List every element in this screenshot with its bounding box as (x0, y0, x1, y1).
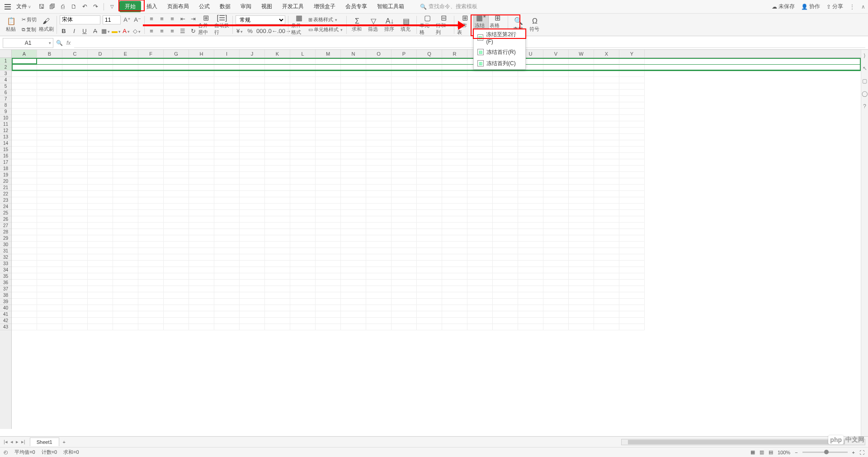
cell[interactable] (316, 286, 341, 292)
cell[interactable] (392, 235, 417, 242)
cell[interactable] (214, 159, 240, 166)
cell[interactable] (467, 109, 493, 115)
cell[interactable] (37, 286, 62, 292)
cell[interactable] (392, 115, 417, 121)
cell[interactable] (113, 185, 138, 191)
cell[interactable] (12, 261, 37, 267)
cell[interactable] (164, 318, 189, 324)
cell[interactable] (493, 102, 518, 109)
cell[interactable] (113, 229, 138, 235)
cell[interactable] (467, 216, 493, 223)
cell[interactable] (392, 204, 417, 210)
side-collapse-icon[interactable]: ⟩ (862, 52, 868, 59)
cell[interactable] (569, 128, 594, 134)
cell[interactable] (62, 96, 88, 102)
zoom-out-icon[interactable]: − (795, 450, 797, 455)
cell[interactable] (417, 134, 442, 140)
cell[interactable] (164, 64, 189, 71)
cell[interactable] (62, 159, 88, 166)
cell[interactable] (569, 280, 594, 286)
align-bottom-icon[interactable]: ≡ (168, 15, 176, 22)
cell[interactable] (569, 292, 594, 299)
cell[interactable] (113, 273, 138, 280)
cell[interactable] (113, 292, 138, 299)
cell[interactable] (619, 235, 645, 242)
cell[interactable] (240, 71, 265, 77)
cell[interactable] (569, 248, 594, 254)
cell[interactable] (189, 121, 214, 128)
cell[interactable] (316, 242, 341, 248)
col-header-K[interactable]: K (265, 50, 290, 57)
cell[interactable] (417, 109, 442, 115)
cell[interactable] (88, 83, 113, 90)
cell[interactable] (594, 261, 619, 267)
zoom-value[interactable]: 100% (778, 450, 790, 455)
cell[interactable] (290, 77, 316, 83)
cell[interactable] (240, 58, 265, 64)
cell[interactable] (12, 121, 37, 128)
cell[interactable] (594, 248, 619, 254)
cell[interactable] (113, 58, 138, 64)
cell[interactable] (467, 128, 493, 134)
add-sheet-button[interactable]: + (59, 438, 69, 446)
cell[interactable] (12, 216, 37, 223)
cell[interactable] (518, 172, 543, 178)
cell[interactable] (442, 318, 467, 324)
cell[interactable] (366, 292, 392, 299)
cell[interactable] (442, 248, 467, 254)
font-color-button[interactable]: A (122, 28, 130, 34)
cell[interactable] (12, 254, 37, 261)
cell[interactable] (265, 318, 290, 324)
cell[interactable] (442, 102, 467, 109)
cell[interactable] (37, 235, 62, 242)
cell[interactable] (442, 216, 467, 223)
cell[interactable] (37, 96, 62, 102)
cell[interactable] (290, 242, 316, 248)
cell[interactable] (417, 83, 442, 90)
cell[interactable] (138, 216, 164, 223)
cell[interactable] (189, 248, 214, 254)
cell[interactable] (543, 64, 569, 71)
cell[interactable] (189, 77, 214, 83)
cell[interactable] (189, 324, 214, 330)
cell[interactable] (88, 109, 113, 115)
cell[interactable] (417, 254, 442, 261)
cell[interactable] (518, 134, 543, 140)
row-header-41[interactable]: 41 (0, 311, 11, 318)
cell[interactable] (265, 292, 290, 299)
cell[interactable] (493, 223, 518, 229)
cell[interactable] (62, 261, 88, 267)
cell[interactable] (138, 292, 164, 299)
cell[interactable] (493, 267, 518, 273)
cell[interactable] (62, 292, 88, 299)
cell[interactable] (392, 324, 417, 330)
cell[interactable] (265, 166, 290, 172)
cell[interactable] (240, 261, 265, 267)
cell[interactable] (467, 185, 493, 191)
cell[interactable] (619, 248, 645, 254)
cell[interactable] (316, 121, 341, 128)
cell[interactable] (316, 235, 341, 242)
cell[interactable] (619, 242, 645, 248)
cell[interactable] (214, 140, 240, 147)
column-headers[interactable]: ABCDEFGHIJKLMNOPQRSTUVWXY (12, 50, 861, 58)
cell[interactable] (341, 311, 366, 318)
cell[interactable] (518, 197, 543, 204)
cell[interactable] (37, 229, 62, 235)
cell[interactable] (594, 96, 619, 102)
cell[interactable] (341, 318, 366, 324)
cell[interactable] (240, 324, 265, 330)
cell[interactable] (113, 191, 138, 197)
cell[interactable] (113, 71, 138, 77)
clock-icon[interactable]: ◯ (862, 90, 868, 97)
cell[interactable] (417, 197, 442, 204)
cell[interactable] (543, 185, 569, 191)
cell[interactable] (417, 96, 442, 102)
cell[interactable] (569, 229, 594, 235)
cell[interactable] (214, 318, 240, 324)
cell[interactable] (88, 248, 113, 254)
cell[interactable] (518, 280, 543, 286)
cell[interactable] (265, 71, 290, 77)
row-header-30[interactable]: 30 (0, 242, 11, 248)
cell[interactable] (113, 248, 138, 254)
